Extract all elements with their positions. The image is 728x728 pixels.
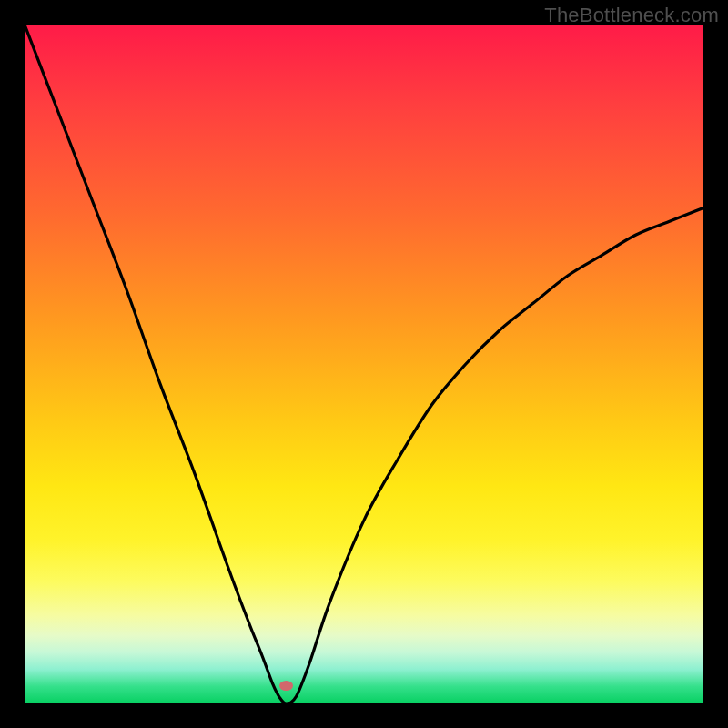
optimal-point-marker bbox=[279, 681, 293, 691]
bottleneck-curve bbox=[25, 25, 703, 703]
chart-frame: TheBottleneck.com bbox=[0, 0, 728, 728]
watermark-text: TheBottleneck.com bbox=[544, 4, 719, 27]
chart-plot-area bbox=[25, 25, 703, 703]
